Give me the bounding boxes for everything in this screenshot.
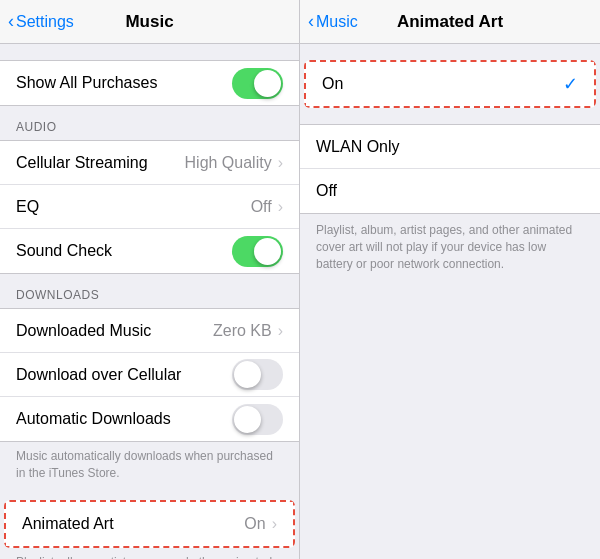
right-nav-header: ‹ Music Animated Art [300,0,600,44]
downloads-group: Downloaded Music Zero KB › Download over… [0,308,299,442]
animated-art-note: Playlist, album, artist pages, and other… [0,548,299,559]
chevron-icon: › [278,322,283,340]
animated-art-description: Playlist, album, artist pages, and other… [300,214,600,282]
automatic-downloads-toggle[interactable] [232,404,283,435]
right-nav-title: Animated Art [397,12,503,32]
cellular-streaming-value: High Quality [185,154,272,172]
animated-art-inner-row[interactable]: Animated Art On › [6,502,293,546]
sound-check-label: Sound Check [16,242,232,260]
downloads-note: Music automatically downloads when purch… [0,442,299,492]
automatic-downloads-label: Automatic Downloads [16,410,232,428]
left-nav-title: Music [125,12,173,32]
chevron-icon: › [272,515,277,533]
cellular-streaming-row[interactable]: Cellular Streaming High Quality › [0,141,299,185]
eq-value: Off [251,198,272,216]
download-cellular-toggle[interactable] [232,359,283,390]
option-wlan-row[interactable]: WLAN Only [300,125,600,169]
spacer [0,44,299,60]
right-back-label: Music [316,13,358,31]
downloads-section-header: DOWNLOADS [0,274,299,308]
chevron-icon: › [278,154,283,172]
back-chevron-icon: ‹ [308,11,314,32]
toggle-knob [234,406,261,433]
sound-check-row[interactable]: Sound Check [0,229,299,273]
checkmark-icon: ✓ [563,73,578,95]
other-options-group: WLAN Only Off [300,124,600,214]
downloaded-music-value: Zero KB [213,322,272,340]
chevron-icon: › [278,198,283,216]
option-on-label: On [322,75,563,93]
back-chevron-icon: ‹ [8,11,14,32]
downloaded-music-label: Downloaded Music [16,322,213,340]
on-option-highlighted: On ✓ [304,60,596,108]
show-all-purchases-row[interactable]: Show All Purchases [0,61,299,105]
show-all-purchases-toggle[interactable] [232,68,283,99]
settings-back-button[interactable]: ‹ Settings [8,12,74,32]
option-off-label: Off [316,182,584,200]
toggle-knob [254,238,281,265]
download-over-cellular-label: Download over Cellular [16,366,232,384]
option-on-row[interactable]: On ✓ [306,62,594,106]
audio-group: Cellular Streaming High Quality › EQ Off… [0,140,299,274]
download-over-cellular-row[interactable]: Download over Cellular [0,353,299,397]
left-panel: ‹ Settings Music Show All Purchases AUDI… [0,0,300,559]
right-panel: ‹ Music Animated Art On ✓ WLAN Only Off … [300,0,600,559]
cellular-streaming-label: Cellular Streaming [16,154,185,172]
sound-check-toggle[interactable] [232,236,283,267]
left-nav-header: ‹ Settings Music [0,0,299,44]
music-back-button[interactable]: ‹ Music [308,12,358,32]
back-label: Settings [16,13,74,31]
automatic-downloads-row[interactable]: Automatic Downloads [0,397,299,441]
animated-art-row[interactable]: Animated Art On › [4,500,295,548]
toggle-knob [254,70,281,97]
show-all-purchases-label: Show All Purchases [16,74,232,92]
animated-art-value: On [244,515,265,533]
toggle-knob [234,361,261,388]
downloaded-music-row[interactable]: Downloaded Music Zero KB › [0,309,299,353]
purchases-group: Show All Purchases [0,60,299,106]
option-off-row[interactable]: Off [300,169,600,213]
audio-section-header: AUDIO [0,106,299,140]
eq-row[interactable]: EQ Off › [0,185,299,229]
animated-art-label: Animated Art [22,515,244,533]
option-wlan-label: WLAN Only [316,138,584,156]
eq-label: EQ [16,198,251,216]
